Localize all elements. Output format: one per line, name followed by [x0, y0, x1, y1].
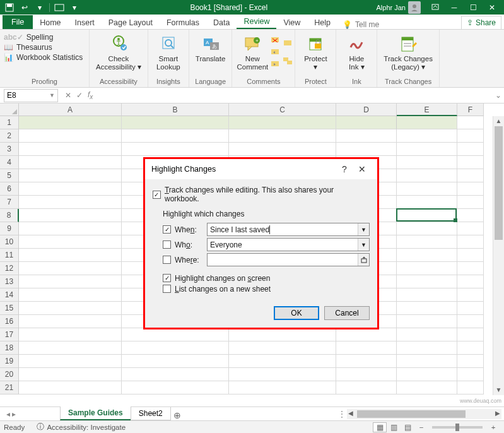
who-checkbox[interactable]: Who:	[163, 240, 207, 249]
row-header[interactable]: 10	[0, 235, 19, 249]
cell[interactable]	[457, 129, 484, 143]
accessibility-status[interactable]: Accessibility: Investigate	[47, 424, 126, 431]
scroll-thumb[interactable]	[495, 126, 503, 240]
where-checkbox[interactable]: Where:	[163, 256, 207, 264]
cell[interactable]	[397, 315, 457, 328]
row-header[interactable]: 17	[0, 328, 19, 341]
cell[interactable]	[457, 275, 484, 288]
close-button[interactable]: ✕	[483, 1, 501, 14]
row-header[interactable]: 15	[0, 302, 19, 315]
name-box[interactable]: E8▼	[4, 89, 58, 102]
cell[interactable]	[229, 116, 336, 129]
cell[interactable]	[397, 235, 457, 249]
cell[interactable]	[397, 209, 457, 222]
list-new-sheet-checkbox[interactable]: List changes on a new sheet	[163, 285, 271, 294]
user-avatar[interactable]	[408, 1, 421, 14]
cell[interactable]	[457, 355, 484, 368]
cell[interactable]	[457, 249, 484, 262]
sheet-tab-active[interactable]: Sample Guides	[60, 406, 131, 420]
where-input[interactable]	[207, 253, 370, 266]
cell[interactable]	[19, 249, 122, 262]
track-changes-checkbox[interactable]: ✓ Track changes while editing. This also…	[153, 186, 370, 203]
cell[interactable]	[336, 355, 397, 368]
next-comment-button[interactable]	[269, 59, 281, 69]
column-header[interactable]: E	[397, 104, 457, 116]
cell[interactable]	[457, 315, 484, 328]
formula-input[interactable]	[99, 88, 493, 103]
cell[interactable]	[457, 328, 484, 341]
select-all-button[interactable]	[0, 104, 19, 116]
column-header[interactable]: F	[457, 104, 484, 116]
cell[interactable]	[122, 143, 229, 156]
cell[interactable]	[457, 196, 484, 209]
when-checkbox[interactable]: ✓When:	[163, 225, 207, 234]
tab-file[interactable]: File	[3, 15, 33, 29]
qat-dropdown-icon[interactable]: ▾	[33, 1, 47, 14]
scroll-down-icon[interactable]: ▼	[493, 385, 504, 395]
cell[interactable]	[457, 169, 484, 182]
cell[interactable]	[457, 116, 484, 129]
prev-comment-button[interactable]	[269, 47, 281, 57]
cell[interactable]	[397, 368, 457, 381]
cancel-button[interactable]: Cancel	[324, 306, 370, 320]
cell[interactable]	[457, 235, 484, 249]
row-header[interactable]: 21	[0, 381, 19, 394]
row-header[interactable]: 4	[0, 156, 19, 169]
cell[interactable]	[397, 156, 457, 169]
cell[interactable]	[19, 381, 122, 394]
dialog-close-button[interactable]: ✕	[353, 164, 371, 174]
expand-formula-icon[interactable]: ⌄	[493, 91, 504, 100]
cell[interactable]	[19, 368, 122, 381]
row-header[interactable]: 16	[0, 315, 19, 328]
vertical-scrollbar[interactable]: ▲ ▼	[493, 116, 504, 395]
cell[interactable]	[19, 315, 122, 328]
zoom-out-button[interactable]: −	[414, 424, 428, 431]
cell[interactable]	[122, 116, 229, 129]
cell[interactable]	[19, 196, 122, 209]
normal-view-button[interactable]: ▦	[373, 422, 387, 432]
cell[interactable]	[457, 341, 484, 355]
cell[interactable]	[122, 368, 229, 381]
cell[interactable]	[229, 328, 336, 341]
column-header[interactable]: B	[122, 104, 229, 116]
cell[interactable]	[19, 328, 122, 341]
tab-help[interactable]: Help	[307, 16, 337, 29]
track-changes-button[interactable]: Track Changes (Legacy) ▾	[381, 32, 435, 73]
page-layout-view-button[interactable]: ▥	[387, 423, 401, 432]
cell[interactable]	[122, 328, 229, 341]
cell[interactable]	[397, 288, 457, 302]
cell[interactable]	[19, 302, 122, 315]
cell[interactable]	[457, 156, 484, 169]
zoom-slider[interactable]	[432, 426, 483, 429]
cell[interactable]	[397, 222, 457, 235]
cell[interactable]	[457, 381, 484, 394]
cell[interactable]	[336, 143, 397, 156]
cell[interactable]	[19, 275, 122, 288]
cell[interactable]	[397, 328, 457, 341]
translate-button[interactable]: Aあ Translate	[193, 32, 228, 64]
cell[interactable]	[457, 302, 484, 315]
column-header[interactable]: D	[336, 104, 397, 116]
cell[interactable]	[336, 129, 397, 143]
cell[interactable]	[397, 381, 457, 394]
save-icon[interactable]	[3, 1, 16, 14]
help-button[interactable]: ?	[336, 164, 353, 174]
sheet-tab-2[interactable]: Sheet2	[131, 407, 171, 420]
sheet-nav[interactable]: ◂ ▸	[0, 410, 22, 418]
cell[interactable]	[19, 355, 122, 368]
cell[interactable]	[397, 182, 457, 196]
row-header[interactable]: 8	[0, 209, 19, 222]
cell[interactable]	[457, 368, 484, 381]
thesaurus-button[interactable]: 📖Thesaurus	[4, 42, 85, 52]
cell[interactable]	[19, 341, 122, 355]
row-header[interactable]: 9	[0, 222, 19, 235]
cell[interactable]	[397, 116, 457, 129]
tab-insert[interactable]: Insert	[68, 16, 102, 29]
chevron-down-icon[interactable]: ▼	[49, 92, 55, 98]
cell[interactable]	[122, 129, 229, 143]
cell[interactable]	[397, 169, 457, 182]
when-combo[interactable]: Since I last saved ▼	[207, 223, 370, 236]
delete-comment-button[interactable]	[269, 35, 281, 45]
cell[interactable]	[457, 262, 484, 275]
cell[interactable]	[122, 355, 229, 368]
